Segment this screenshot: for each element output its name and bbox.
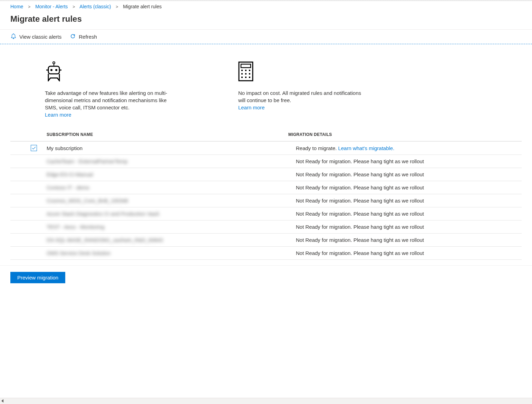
- table-row[interactable]: CacheTeam - ExternalPartnerTempNot Ready…: [10, 155, 522, 168]
- breadcrumb: Home > Monitor - Alerts > Alerts (classi…: [0, 1, 532, 12]
- svg-rect-8: [241, 64, 251, 68]
- svg-point-0: [53, 62, 55, 64]
- subscription-name: CacheTeam - ExternalPartnerTemp: [47, 158, 288, 164]
- migration-details: Ready to migrate.Learn what's migratable…: [288, 145, 522, 151]
- migration-details: Not Ready for migration. Please hang tig…: [288, 185, 522, 190]
- subscription-name: Azure Stack Diagnostics CI and Productio…: [47, 211, 288, 217]
- toolbar: View classic alerts Refresh: [0, 30, 532, 44]
- breadcrumb-sep: >: [72, 4, 75, 9]
- svg-rect-13: [245, 73, 246, 75]
- migration-details: Not Ready for migration. Please hang tig…: [288, 224, 522, 230]
- migration-details: Not Ready for migration. Please hang tig…: [288, 211, 522, 217]
- subscription-name: Cosmos_WDG_Core_BnB_100348: [47, 198, 288, 204]
- info-features-text: Take advantage of new features like aler…: [45, 89, 176, 111]
- column-header-migration-details[interactable]: MIGRATION DETAILS: [288, 132, 522, 137]
- footer-bar: Preview migration: [0, 265, 532, 300]
- svg-point-3: [50, 69, 52, 71]
- table-row[interactable]: Cosmos_WDG_Core_BnB_100348Not Ready for …: [10, 194, 522, 207]
- robot-icon: [45, 61, 176, 82]
- migration-details: Not Ready for migration. Please hang tig…: [288, 198, 522, 204]
- svg-rect-10: [245, 70, 246, 71]
- subscription-name: My subscription: [47, 145, 288, 151]
- svg-rect-12: [241, 73, 243, 75]
- subscription-name: DS-SQL-BASE_RANDOM1_sashwin_R&D_60843: [47, 237, 288, 243]
- svg-rect-14: [249, 73, 250, 75]
- info-block-cost: No impact on cost. All migrated rules an…: [238, 61, 369, 118]
- breadcrumb-current: Migrate alert rules: [123, 4, 162, 9]
- calculator-icon: [238, 61, 369, 82]
- migration-details: Not Ready for migration. Please hang tig…: [288, 158, 522, 164]
- bell-icon: [10, 33, 17, 40]
- view-classic-alerts-label: View classic alerts: [19, 34, 61, 40]
- page-title: Migrate alert rules: [0, 12, 532, 30]
- table-row[interactable]: DS-SQL-BASE_RANDOM1_sashwin_R&D_60843Not…: [10, 234, 522, 247]
- svg-rect-15: [241, 77, 243, 78]
- table-row[interactable]: TEST - Aess - MonitoringNot Ready for mi…: [10, 220, 522, 234]
- preview-migration-button[interactable]: Preview migration: [10, 272, 65, 283]
- table-row[interactable]: Contoso IT - demoNot Ready for migration…: [10, 181, 522, 194]
- svg-rect-16: [245, 77, 246, 78]
- view-classic-alerts-button[interactable]: View classic alerts: [10, 33, 61, 40]
- svg-point-4: [55, 69, 57, 71]
- column-header-subscription-name[interactable]: SUBSCRIPTION NAME: [47, 132, 288, 137]
- info-features-learn-more[interactable]: Learn more: [45, 112, 71, 118]
- breadcrumb-monitor-alerts[interactable]: Monitor - Alerts: [35, 4, 68, 9]
- info-section: Take advantage of new features like aler…: [0, 44, 432, 128]
- info-block-features: Take advantage of new features like aler…: [45, 61, 176, 118]
- row-checkbox[interactable]: [31, 145, 37, 151]
- table-header-row: SUBSCRIPTION NAME MIGRATION DETAILS: [10, 128, 522, 141]
- svg-rect-2: [48, 66, 59, 74]
- svg-rect-9: [241, 70, 243, 71]
- breadcrumb-alerts-classic[interactable]: Alerts (classic): [79, 4, 111, 9]
- checkbox-cell: [10, 145, 47, 151]
- table-row[interactable]: OMS Service Desk SolutionNot Ready for m…: [10, 247, 522, 260]
- table-row[interactable]: Edge-ES-CI-ManualNot Ready for migration…: [10, 168, 522, 181]
- info-cost-learn-more[interactable]: Learn more: [238, 105, 265, 110]
- breadcrumb-home[interactable]: Home: [10, 4, 23, 9]
- learn-migratable-link[interactable]: Learn what's migratable.: [338, 145, 394, 151]
- subscription-name: TEST - Aess - Monitoring: [47, 224, 288, 230]
- table-row[interactable]: My subscriptionReady to migrate.Learn wh…: [10, 141, 522, 155]
- refresh-icon: [70, 33, 76, 40]
- svg-rect-17: [249, 77, 250, 78]
- subscription-name: Contoso IT - demo: [47, 185, 288, 190]
- migration-details: Not Ready for migration. Please hang tig…: [288, 237, 522, 243]
- refresh-button[interactable]: Refresh: [70, 33, 97, 40]
- subscriptions-table: SUBSCRIPTION NAME MIGRATION DETAILS My s…: [0, 128, 532, 260]
- info-cost-text: No impact on cost. All migrated rules an…: [238, 89, 369, 104]
- breadcrumb-sep: >: [28, 4, 30, 9]
- breadcrumb-sep: >: [116, 4, 118, 9]
- refresh-label: Refresh: [79, 34, 97, 40]
- subscription-name: Edge-ES-CI-Manual: [47, 171, 288, 177]
- migration-details: Not Ready for migration. Please hang tig…: [288, 250, 522, 256]
- svg-rect-11: [249, 70, 250, 71]
- subscription-name: OMS Service Desk Solution: [47, 250, 288, 256]
- table-row[interactable]: Azure Stack Diagnostics CI and Productio…: [10, 207, 522, 220]
- migration-details: Not Ready for migration. Please hang tig…: [288, 171, 522, 177]
